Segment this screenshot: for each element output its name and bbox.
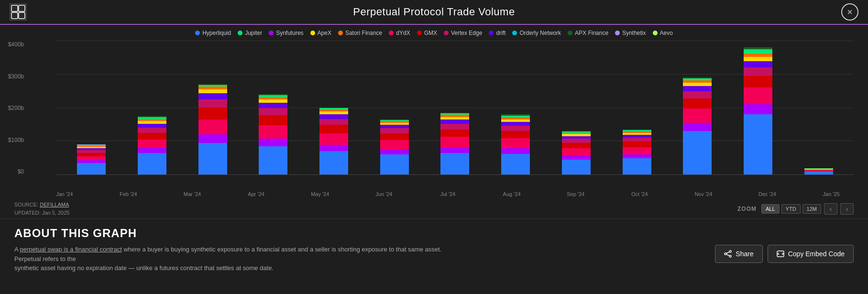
source-link[interactable]: DEFILLAMA — [40, 202, 69, 207]
bar-segment — [744, 49, 772, 53]
zoom-next-button[interactable]: › — [840, 203, 854, 215]
bar-segment — [380, 140, 409, 150]
bar-group[interactable] — [494, 114, 537, 174]
share-button[interactable]: Share — [715, 245, 762, 263]
bar-segment — [440, 137, 469, 147]
bar-group[interactable] — [252, 94, 295, 174]
bar-segment — [623, 138, 651, 142]
legend-dot — [238, 31, 242, 35]
x-axis: Jan '24Feb '24Mar '24Apr '24May '24Jun '… — [28, 189, 868, 197]
zoom-12m-button[interactable]: 12M — [802, 204, 821, 214]
bar-stack — [319, 108, 348, 174]
bar-stack — [501, 114, 530, 174]
legend-dot — [615, 31, 620, 35]
bar-segment — [77, 163, 106, 175]
svg-rect-0 — [10, 3, 27, 21]
x-axis-label: Oct '24 — [618, 191, 661, 197]
updated-date: Jan 5, 2025 — [42, 210, 70, 216]
bar-segment — [501, 138, 530, 148]
about-text-line2: synthetic asset having no expiration dat… — [14, 264, 274, 272]
bar-group[interactable] — [736, 47, 780, 174]
y-axis-label: $0 — [0, 168, 28, 175]
bar-segment — [259, 115, 287, 125]
legend-item: Synthetix — [615, 30, 646, 36]
bar-group[interactable] — [797, 168, 840, 174]
bar-group[interactable] — [70, 144, 113, 174]
bar-group[interactable] — [312, 108, 355, 174]
svg-point-7 — [729, 255, 731, 257]
x-axis-label: Feb '24 — [107, 191, 150, 197]
copy-embed-button[interactable]: Copy Embed Code — [768, 245, 854, 263]
about-text-part1: A — [14, 246, 20, 253]
bar-segment — [138, 140, 166, 148]
legend-label: drift — [496, 30, 505, 36]
bar-group[interactable] — [373, 120, 416, 174]
bar-segment — [380, 125, 409, 128]
bar-segment — [138, 148, 166, 153]
bar-segment — [683, 123, 712, 131]
bar-segment — [501, 126, 530, 131]
about-section: ABOUT THIS GRAPH A perpetual swap is a f… — [0, 218, 868, 279]
bar-stack — [562, 131, 591, 174]
about-link[interactable]: perpetual swap is a financial contract — [20, 246, 122, 253]
bar-segment — [744, 54, 772, 57]
about-text: A perpetual swap is a financial contract… — [14, 245, 445, 273]
svg-point-6 — [725, 253, 726, 255]
x-axis-label: Jul '24 — [426, 191, 469, 197]
bar-segment — [198, 108, 227, 120]
bar-segment — [501, 148, 530, 153]
zoom-prev-button[interactable]: ‹ — [824, 203, 837, 215]
legend-item: ApeX — [310, 30, 331, 36]
bar-group[interactable] — [191, 84, 234, 174]
legend-label: ApeX — [318, 30, 331, 36]
header: Perpetual Protocol Trade Volume × — [0, 0, 868, 25]
bars-container — [56, 41, 854, 174]
bar-segment — [259, 99, 287, 103]
legend-dot — [512, 31, 517, 35]
legend-item: Hyperliquid — [195, 30, 231, 36]
bar-segment — [562, 148, 591, 155]
legend-dot — [568, 31, 572, 35]
bar-segment — [744, 61, 772, 67]
bar-segment — [623, 142, 651, 147]
x-axis-label: Sep '24 — [554, 191, 597, 197]
about-title: ABOUT THIS GRAPH — [14, 227, 854, 240]
legend-dot — [195, 31, 200, 35]
legend-item: drift — [489, 30, 505, 36]
svg-line-8 — [726, 252, 729, 253]
legend-label: APX Finance — [575, 30, 608, 36]
y-axis-label: $100b — [0, 137, 28, 143]
bar-stack — [77, 144, 106, 174]
bar-group[interactable] — [676, 77, 719, 174]
zoom-all-button[interactable]: ALL — [761, 204, 780, 214]
legend-label: dYdX — [396, 30, 410, 36]
bar-segment — [138, 133, 166, 140]
bar-segment — [440, 124, 469, 130]
embed-icon — [777, 250, 784, 258]
x-axis-label: Aug '24 — [490, 191, 533, 197]
zoom-ytd-button[interactable]: YTD — [781, 204, 801, 214]
bar-group[interactable] — [615, 130, 659, 174]
bar-segment — [77, 153, 106, 156]
bar-segment — [623, 154, 651, 158]
source-info: SOURCE: DEFILLAMA UPDATED: Jan 5, 2025 — [14, 201, 69, 217]
zoom-controls: ZOOM ALLYTD12M ‹ › — [737, 203, 854, 215]
bar-group[interactable] — [131, 116, 174, 174]
bar-group[interactable] — [555, 131, 598, 174]
bar-segment — [440, 153, 469, 175]
bar-group[interactable] — [433, 113, 476, 174]
bar-segment — [623, 158, 651, 174]
legend-dot — [444, 31, 449, 35]
bar-segment — [138, 128, 166, 133]
bar-segment — [138, 124, 166, 128]
close-button[interactable]: × — [841, 3, 858, 21]
updated-label: UPDATED: — [14, 210, 41, 216]
legend-item: GMX — [417, 30, 437, 36]
legend-item: dYdX — [389, 30, 410, 36]
page-title: Perpetual Protocol Trade Volume — [353, 6, 515, 18]
legend-dot — [338, 31, 343, 35]
bar-segment — [198, 89, 227, 93]
legend-dot — [417, 31, 422, 35]
bar-segment — [198, 134, 227, 143]
bar-segment — [683, 86, 712, 91]
